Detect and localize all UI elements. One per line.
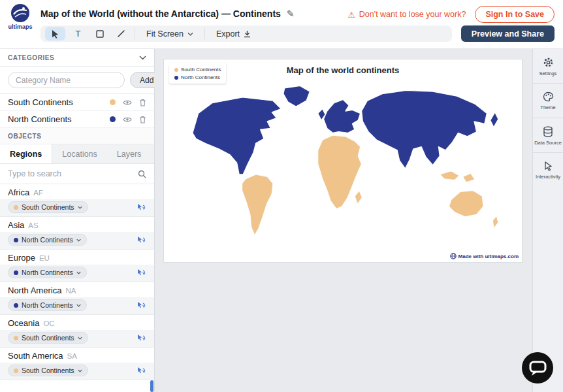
text-tool-icon: T bbox=[76, 29, 81, 39]
interactivity-icon[interactable] bbox=[137, 367, 146, 375]
editor-toolbar: T Fit Screen Export bbox=[40, 25, 452, 42]
categories-section-header[interactable]: CATEGORIES bbox=[0, 49, 154, 67]
right-panel: Settings Theme Data Source Interactivi bbox=[532, 49, 563, 392]
category-name-input[interactable] bbox=[8, 72, 125, 88]
japan-shape[interactable] bbox=[490, 112, 498, 127]
category-color-dot bbox=[14, 303, 18, 308]
indonesia-shape[interactable] bbox=[440, 171, 459, 180]
left-sidebar: CATEGORIES Add South Continents North Co… bbox=[0, 49, 155, 392]
region-row-asia: Asia AS North Continents bbox=[0, 217, 154, 250]
warning-icon: ⚠ bbox=[348, 10, 355, 20]
export-button[interactable]: Export bbox=[208, 25, 259, 42]
region-name: Europe bbox=[8, 253, 35, 263]
sign-in-button[interactable]: Sign In to Save bbox=[475, 6, 555, 23]
interactivity-icon[interactable] bbox=[137, 269, 146, 277]
region-category-dropdown[interactable]: South Continents bbox=[8, 201, 88, 213]
north-america-shape[interactable] bbox=[192, 97, 281, 174]
region-category-dropdown[interactable]: North Continents bbox=[8, 234, 87, 246]
greenland-shape[interactable] bbox=[283, 86, 309, 106]
export-label: Export bbox=[216, 29, 240, 39]
toolbar-divider bbox=[204, 28, 205, 39]
region-row-north-america: North America NA North Continents bbox=[0, 282, 154, 315]
region-search-input[interactable] bbox=[8, 169, 138, 178]
south-continents-landmass bbox=[242, 135, 498, 235]
logo-wordmark: ultimaps bbox=[6, 24, 35, 30]
category-color-dot bbox=[14, 336, 18, 340]
australia-shape[interactable] bbox=[449, 190, 483, 216]
region-name: Africa bbox=[8, 188, 29, 197]
category-row[interactable]: North Continents bbox=[0, 111, 154, 128]
fit-screen-button[interactable]: Fit Screen bbox=[138, 25, 202, 42]
chevron-down-icon bbox=[78, 206, 82, 209]
europe-shape[interactable] bbox=[323, 99, 360, 133]
panel-label: Settings bbox=[539, 71, 556, 76]
region-category-dropdown[interactable]: North Continents bbox=[8, 299, 87, 311]
cursor-click-icon bbox=[543, 161, 553, 171]
category-color-dot bbox=[14, 238, 18, 242]
region-category-label: North Continents bbox=[22, 269, 73, 276]
data-source-panel-button[interactable]: Data Source bbox=[533, 118, 563, 153]
download-icon bbox=[244, 30, 251, 38]
region-code: OC bbox=[43, 319, 54, 327]
sidebar-scrollbar-thumb[interactable] bbox=[150, 380, 153, 392]
tab-locations[interactable]: Locations bbox=[52, 144, 107, 163]
chevron-down-icon bbox=[76, 238, 81, 242]
preview-and-share-button[interactable]: Preview and Share bbox=[461, 25, 555, 42]
region-code: AF bbox=[33, 189, 43, 197]
tab-layers[interactable]: Layers bbox=[107, 144, 152, 163]
region-row-south-america: South America SA South Continents bbox=[0, 348, 154, 380]
draw-tool-button[interactable] bbox=[110, 25, 132, 42]
interactivity-icon[interactable] bbox=[137, 203, 146, 212]
pencil-line-icon bbox=[117, 29, 125, 38]
region-category-dropdown[interactable]: South Continents bbox=[8, 332, 88, 344]
region-code: AS bbox=[28, 221, 38, 229]
indonesia-east-shape[interactable] bbox=[462, 173, 474, 182]
category-color-dot bbox=[14, 270, 18, 275]
search-icon bbox=[138, 170, 146, 178]
legend-label: South Continents bbox=[181, 67, 221, 73]
madagascar-shape[interactable] bbox=[355, 190, 362, 204]
chat-widget-button[interactable] bbox=[521, 351, 554, 384]
settings-panel-button[interactable]: Settings bbox=[533, 49, 563, 84]
fit-screen-label: Fit Screen bbox=[146, 29, 184, 39]
interactivity-icon[interactable] bbox=[137, 334, 146, 342]
app-logo[interactable]: ultimaps bbox=[6, 3, 35, 30]
interactivity-icon[interactable] bbox=[137, 236, 146, 244]
toolbar-divider bbox=[135, 28, 135, 39]
south-america-shape[interactable] bbox=[242, 174, 273, 235]
edit-title-icon[interactable]: ✎ bbox=[287, 8, 295, 19]
region-category-label: South Continents bbox=[22, 334, 74, 342]
unsaved-warning: ⚠ Don't want to lose your work? bbox=[348, 10, 466, 20]
panel-label: Interactivity bbox=[536, 174, 560, 180]
asia-shape[interactable] bbox=[361, 90, 487, 169]
chevron-down-icon bbox=[76, 271, 81, 274]
legend-color-dot bbox=[174, 68, 178, 72]
visibility-eye-icon[interactable] bbox=[123, 116, 132, 123]
shape-tool-button[interactable] bbox=[89, 25, 110, 42]
interactivity-panel-button[interactable]: Interactivity bbox=[533, 153, 563, 186]
tab-regions[interactable]: Regions bbox=[0, 144, 52, 163]
delete-trash-icon[interactable] bbox=[139, 99, 146, 106]
cursor-icon bbox=[51, 29, 59, 39]
region-row-africa: Africa AF South Continents bbox=[0, 184, 154, 217]
text-tool-button[interactable]: T bbox=[67, 25, 89, 42]
visibility-eye-icon[interactable] bbox=[123, 99, 132, 106]
category-color-dot bbox=[110, 99, 116, 105]
region-category-dropdown[interactable]: South Continents bbox=[8, 365, 88, 376]
region-name: South America bbox=[8, 351, 63, 361]
database-icon bbox=[543, 126, 553, 137]
categories-header-label: CATEGORIES bbox=[8, 54, 54, 61]
delete-trash-icon[interactable] bbox=[139, 116, 146, 123]
ultimaps-logo-icon bbox=[10, 3, 30, 23]
made-with-attribution[interactable]: Made with ultimaps.com bbox=[450, 253, 519, 259]
region-category-label: South Continents bbox=[22, 367, 74, 374]
category-row[interactable]: South Continents bbox=[0, 94, 154, 111]
interactivity-icon[interactable] bbox=[137, 301, 146, 310]
new-zealand-shape[interactable] bbox=[492, 216, 498, 228]
legend-item: South Continents bbox=[174, 67, 221, 73]
chevron-down-icon bbox=[187, 32, 193, 36]
objects-header-label: OBJECTS bbox=[8, 133, 41, 140]
theme-panel-button[interactable]: Theme bbox=[533, 84, 563, 118]
select-tool-button[interactable] bbox=[45, 27, 65, 41]
region-category-dropdown[interactable]: North Continents bbox=[8, 267, 87, 278]
